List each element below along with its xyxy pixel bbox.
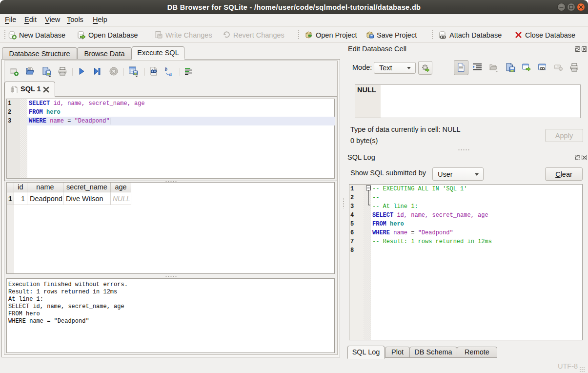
svg-text:b: b [165, 66, 167, 72]
svg-text:a: a [169, 70, 172, 77]
